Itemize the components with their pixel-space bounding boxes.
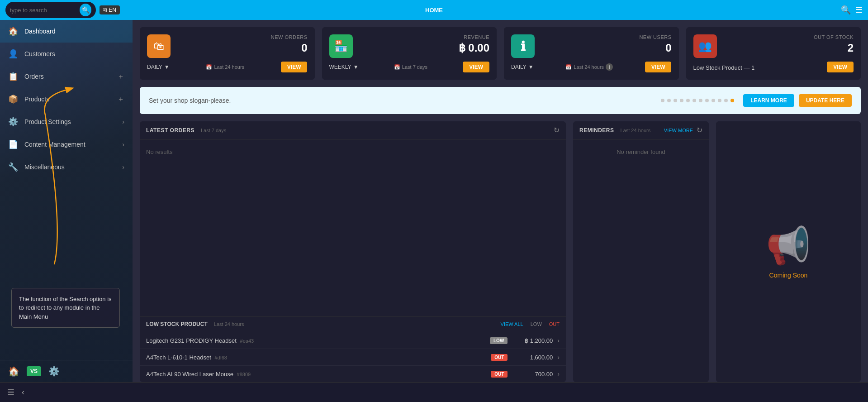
sidebar-item-orders[interactable]: 📋 Orders ＋: [0, 65, 133, 88]
settings-bottom-icon[interactable]: ⚙️: [48, 366, 60, 377]
search-input[interactable]: [10, 7, 78, 14]
tooltip-text: The function of the Search option is to …: [19, 296, 112, 320]
new-users-period[interactable]: DAILY ▼: [511, 64, 534, 70]
sidebar-item-product-settings[interactable]: ⚙️ Product Settings ›: [0, 110, 133, 133]
new-users-view-button[interactable]: VIEW: [645, 62, 672, 72]
stock-badge-3: OUT: [491, 371, 508, 378]
stat-card-revenue: 🏪 REVENUE ฿ 0.00 WEEKLY ▼ 📅 Last 7 days: [322, 27, 497, 80]
top-bar: 🔍 बा EN HOME 🔍 ☰: [0, 0, 868, 20]
stock-badge-1: LOW: [490, 337, 508, 344]
misc-icon: 🔧: [8, 162, 18, 172]
stock-row-arrow-1[interactable]: ›: [557, 337, 560, 344]
period-chevron-icon: ▼: [164, 64, 170, 70]
low-stock-product-label: Low Stock Product — 1: [693, 64, 755, 71]
dot-4: [680, 99, 683, 102]
search-button[interactable]: 🔍: [80, 4, 91, 16]
sidebar-item-content-management[interactable]: 📄 Content Management ›: [0, 133, 133, 156]
latest-orders-header: LATEST ORDERS Last 7 days ↻: [140, 121, 566, 139]
lang-switcher[interactable]: बा EN: [100, 5, 120, 14]
sidebar-item-dashboard[interactable]: 🏠 Dashboard: [0, 20, 133, 43]
new-orders-view-button[interactable]: VIEW: [281, 62, 308, 72]
products-add-icon[interactable]: ＋: [117, 95, 124, 104]
stock-row: Logitech G231 PRODIGY Headset #ea43 LOW …: [140, 332, 566, 349]
new-orders-value: 0: [301, 42, 307, 54]
new-orders-icon: 🛍: [147, 34, 171, 58]
menu-top-icon[interactable]: ☰: [855, 5, 863, 15]
product-name-2: A4Tech L-610-1 Headset #df68: [146, 354, 486, 361]
coming-soon-text: Coming Soon: [769, 272, 808, 279]
new-users-icon: ℹ: [511, 34, 535, 58]
content-mgmt-icon: 📄: [8, 139, 18, 149]
out-of-stock-view-button[interactable]: VIEW: [827, 62, 854, 72]
reminders-view-more-button[interactable]: VIEW MORE: [664, 128, 693, 133]
revenue-date-range: 📅 Last 7 days: [394, 64, 427, 70]
new-users-date-range: 📅 Last 24 hours i: [565, 63, 613, 71]
new-orders-period[interactable]: DAILY ▼: [147, 64, 170, 70]
latest-orders-subtitle: Last 7 days: [201, 128, 226, 133]
sidebar-item-customers[interactable]: 👤 Customers: [0, 43, 133, 65]
calendar-icon: 📅: [206, 64, 212, 70]
slogan-dots: [661, 99, 734, 102]
sidebar-item-miscellaneous[interactable]: 🔧 Miscellaneous ›: [0, 156, 133, 178]
product-settings-icon: ⚙️: [8, 117, 18, 127]
period-label: DAILY: [147, 64, 162, 70]
dot-3: [674, 99, 677, 102]
sidebar-item-label: Products: [24, 96, 111, 103]
stock-row-arrow-3[interactable]: ›: [557, 370, 560, 378]
dot-8: [705, 99, 709, 102]
sidebar-item-label: Orders: [24, 73, 111, 80]
dot-2: [667, 99, 671, 102]
calendar-icon: 📅: [565, 64, 572, 70]
sku-2: #df68: [214, 355, 227, 360]
latest-orders-refresh-icon[interactable]: ↻: [554, 126, 560, 134]
date-range-label: Last 7 days: [402, 64, 427, 70]
dot-10: [718, 99, 721, 102]
search-top-icon[interactable]: 🔍: [841, 5, 851, 15]
main-content: 🛍 NEW ORDERS 0 DAILY ▼ 📅 Last 24 hours: [133, 20, 868, 382]
reminders-refresh-icon[interactable]: ↻: [697, 126, 702, 134]
low-stock-title: LOW STOCK PRODUCT: [146, 321, 208, 327]
stock-row-arrow-2[interactable]: ›: [557, 354, 560, 361]
stock-price-1: ฿ 1,200.00: [512, 337, 553, 344]
new-users-value: 0: [665, 42, 671, 54]
dot-6: [693, 99, 696, 102]
reminders-subtitle: Last 24 hours: [621, 128, 651, 133]
top-bar-right: 🔍 ☰: [841, 5, 863, 15]
out-of-stock-icon: 👥: [693, 34, 717, 58]
revenue-period[interactable]: WEEKLY ▼: [329, 64, 359, 70]
dot-9: [711, 99, 715, 102]
sidebar-item-products[interactable]: 📦 Products ＋: [0, 88, 133, 110]
vs-icon[interactable]: VS: [27, 366, 41, 376]
sku-1: #ea43: [240, 338, 254, 344]
stock-row: A4Tech L-610-1 Headset #df68 OUT 1,600.0…: [140, 349, 566, 366]
date-range-label: Last 24 hours: [214, 64, 244, 70]
period-chevron-icon: ▼: [528, 64, 534, 70]
main-panels-row: LATEST ORDERS Last 7 days ↻ No results L…: [140, 121, 861, 382]
latest-orders-body: No results: [140, 139, 566, 316]
low-stock-col-out: OUT: [549, 321, 560, 327]
no-results-label: No results: [146, 145, 560, 159]
latest-orders-panel: LATEST ORDERS Last 7 days ↻ No results L…: [140, 121, 566, 382]
orders-add-icon[interactable]: ＋: [117, 72, 124, 81]
info-icon[interactable]: i: [606, 63, 613, 71]
sku-3: #8809: [237, 372, 251, 377]
sidebar-item-label: Product Settings: [24, 118, 116, 125]
slogan-banner: Set your shop slogan-please. LEARN MORE …: [140, 87, 861, 114]
dot-7: [699, 99, 702, 102]
view-all-button[interactable]: VIEW ALL: [501, 321, 523, 327]
product-name-3: A4Tech AL90 Wired Laser Mouse #8809: [146, 371, 486, 378]
learn-more-button[interactable]: LEARN MORE: [743, 94, 794, 107]
coming-soon-area: 📢 Coming Soon: [716, 121, 861, 382]
dot-12: [730, 99, 734, 102]
revenue-view-button[interactable]: VIEW: [463, 62, 489, 72]
bottom-back-icon[interactable]: ‹: [22, 388, 24, 397]
home-bottom-icon[interactable]: 🏠: [8, 366, 19, 377]
period-chevron-icon: ▼: [353, 64, 359, 70]
dot-1: [661, 99, 664, 102]
update-here-button[interactable]: UPDATE HERE: [799, 94, 852, 107]
revenue-label: REVENUE: [464, 34, 489, 40]
sidebar-item-label: Content Management: [24, 141, 116, 148]
product-settings-chevron-icon: ›: [122, 118, 124, 125]
out-of-stock-label: OUT OF STOCK: [814, 34, 854, 40]
bottom-menu-icon[interactable]: ☰: [7, 388, 14, 397]
